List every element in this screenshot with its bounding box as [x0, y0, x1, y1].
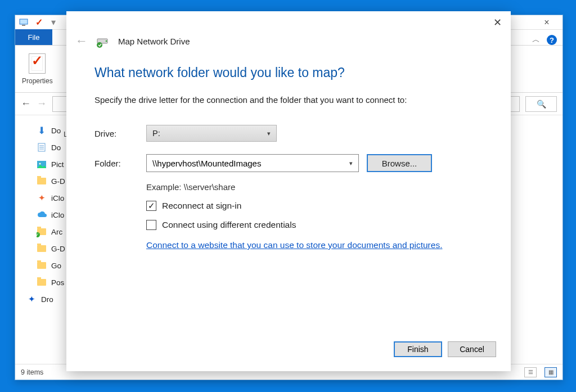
browse-button[interactable]: Browse... [367, 154, 432, 172]
ribbon-collapse-icon[interactable]: ︿ [532, 35, 540, 45]
sidebar-item-label: iClo [51, 194, 64, 202]
example-text: Example: \\server\share [146, 182, 483, 192]
drive-value: P: [152, 129, 160, 138]
details-view-button[interactable]: ☰ [524, 367, 537, 377]
svg-rect-1 [22, 25, 25, 26]
drive-select[interactable]: P: ▾ [146, 125, 277, 142]
sidebar-item-label: Arc [51, 228, 62, 236]
search-input[interactable]: 🔍 [525, 96, 557, 112]
properties-label: Properties [22, 77, 53, 85]
sidebar-item-label: G-D [51, 245, 65, 253]
icons-view-button[interactable]: ▦ [544, 367, 557, 377]
properties-icon: ✓ [29, 53, 46, 74]
picture-icon [37, 159, 47, 169]
svg-rect-0 [20, 19, 28, 24]
folder-value: \\hypervhost\MountedImages [152, 159, 261, 168]
dialog-header: ← Map Network Drive [66, 34, 511, 60]
chevron-down-icon: ▾ [349, 160, 353, 167]
folder-label: Folder: [94, 159, 146, 168]
svg-point-9 [106, 40, 107, 42]
sidebar-item-label: Do [51, 143, 61, 152]
diff-creds-row[interactable]: Connect using different credentials [146, 220, 483, 230]
search-icon: 🔍 [537, 100, 546, 109]
dialog-titlebar: ✕ [66, 11, 511, 34]
drive-label: Drive: [94, 129, 146, 138]
folder-check-icon: ✓ [37, 227, 47, 237]
file-tab[interactable]: File [15, 29, 52, 45]
reconnect-label: Reconnect at sign-in [162, 201, 241, 211]
properties-group[interactable]: ✓ Properties [15, 50, 60, 85]
qat-overflow-icon[interactable]: ▾ [48, 17, 59, 28]
document-icon [37, 142, 47, 152]
sidebar-item-label: Pos [51, 278, 64, 287]
dialog-footer: Finish Cancel [66, 337, 511, 371]
cloud-icon [37, 210, 47, 220]
webdav-link[interactable]: Connect to a website that you can use to… [146, 240, 442, 250]
reconnect-checkbox[interactable]: ✓ [146, 201, 156, 211]
item-count: 9 items [21, 368, 43, 376]
reconnect-row[interactable]: ✓ Reconnect at sign-in [146, 201, 483, 211]
properties-qat-icon[interactable]: ✓ [33, 17, 44, 28]
sidebar-item-label: Go [51, 262, 61, 270]
download-icon: ⬇ [37, 125, 47, 136]
folder-user-icon [37, 277, 47, 287]
cancel-button[interactable]: Cancel [448, 341, 496, 357]
dialog-close-button[interactable]: ✕ [493, 16, 502, 29]
folder-user-icon [37, 244, 47, 254]
folder-user-icon [37, 176, 47, 186]
sidebar-item-label: Pict [51, 160, 64, 169]
sidebar-item-label: Do [51, 127, 61, 135]
nav-forward-button: → [37, 98, 47, 110]
finish-button[interactable]: Finish [394, 341, 442, 357]
dialog-heading: What network folder would you like to ma… [94, 65, 483, 80]
diff-creds-label: Connect using different credentials [162, 220, 296, 230]
this-pc-icon [19, 17, 30, 28]
svg-point-10 [97, 42, 102, 48]
dialog-title: Map Network Drive [118, 37, 190, 46]
sidebar-item-label: iClo [51, 211, 64, 219]
nav-back-button[interactable]: ← [21, 98, 31, 110]
dialog-instructions: Specify the drive letter for the connect… [94, 95, 483, 105]
flower-icon: ✦ [37, 193, 47, 203]
svg-point-7 [39, 163, 41, 164]
folder-user-icon [37, 260, 47, 271]
sidebar-item-label: Dro [41, 295, 53, 304]
diff-creds-checkbox[interactable] [146, 220, 156, 230]
sidebar-item-label: G-D [51, 177, 65, 186]
dropbox-icon: ✦ [26, 294, 37, 304]
explorer-close-button[interactable]: × [534, 15, 559, 30]
dialog-back-button: ← [75, 34, 88, 48]
network-drive-icon [96, 34, 110, 48]
help-icon[interactable]: ? [547, 35, 557, 45]
folder-input[interactable]: \\hypervhost\MountedImages ▾ [146, 154, 359, 172]
map-network-drive-dialog: ✕ ← Map Network Drive What network folde… [66, 11, 511, 371]
chevron-down-icon: ▾ [267, 130, 271, 137]
